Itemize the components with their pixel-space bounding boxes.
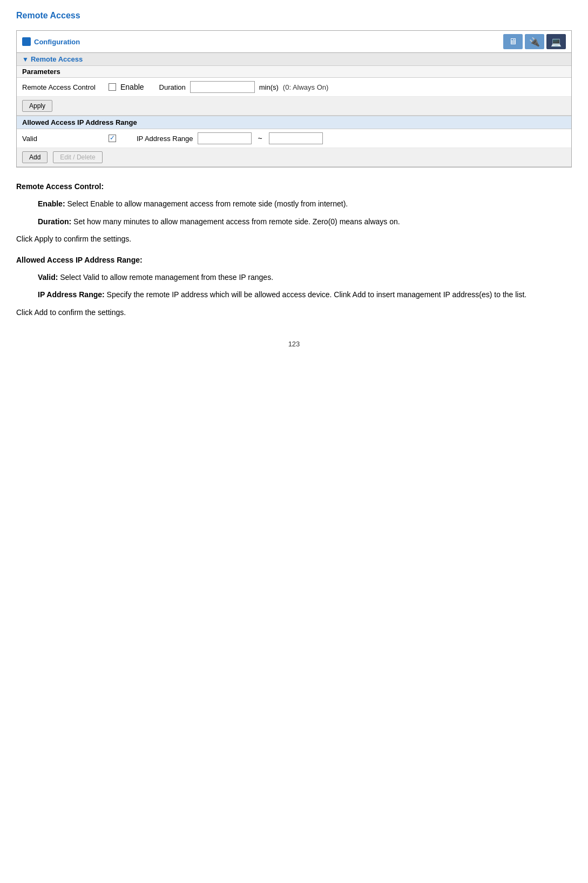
remote-access-control-content: Enable Duration min(s) (0: Always On) bbox=[109, 81, 566, 93]
add-edit-row: Add Edit / Delete bbox=[17, 148, 571, 167]
duration-input[interactable] bbox=[190, 81, 255, 93]
valid-doc: Valid: Select Valid to allow remote mana… bbox=[38, 271, 572, 283]
remote-access-control-label: Remote Access Control bbox=[22, 83, 103, 91]
config-header-left: Configuration bbox=[22, 37, 80, 46]
duration-unit: min(s) bbox=[259, 83, 279, 91]
ip-range-doc-title: IP Address Range: bbox=[38, 290, 105, 299]
valid-content: IP Address Range ~ bbox=[109, 132, 566, 144]
valid-checkbox[interactable] bbox=[109, 135, 116, 142]
allowed-access-heading: Allowed Access IP Address Range: bbox=[16, 254, 572, 266]
section-arrow-icon: ▼ bbox=[22, 56, 29, 63]
edit-delete-button[interactable]: Edit / Delete bbox=[53, 151, 102, 163]
apply-note: Click Apply to confirm the settings. bbox=[16, 233, 572, 245]
duration-label: Duration bbox=[159, 83, 186, 91]
valid-doc-text: Select Valid to allow remote management … bbox=[58, 273, 273, 282]
duration-hint: (0: Always On) bbox=[283, 83, 329, 91]
enable-label: Enable bbox=[120, 83, 144, 91]
enable-doc: Enable: Select Enable to allow managemen… bbox=[38, 198, 572, 210]
tilde-separator: ~ bbox=[258, 134, 262, 143]
duration-doc-text: Set how many minutes to allow management… bbox=[71, 217, 400, 226]
remote-access-section-header: ▼ Remote Access bbox=[17, 53, 571, 66]
section-title: Remote Access bbox=[31, 55, 83, 63]
duration-doc-title: Duration: bbox=[38, 217, 71, 226]
config-box-title: Configuration bbox=[34, 38, 80, 46]
add-note: Click Add to confirm the settings. bbox=[16, 306, 572, 318]
enable-doc-text: Select Enable to allow management access… bbox=[65, 199, 348, 208]
params-header: Parameters bbox=[17, 66, 571, 78]
ip-range-doc: IP Address Range: Specify the remote IP … bbox=[38, 289, 572, 300]
allowed-access-header: Allowed Access IP Address Range bbox=[17, 116, 571, 129]
valid-label: Valid bbox=[22, 135, 103, 143]
config-box: Configuration 🖥 🔌 💻 ▼ Remote Access Para… bbox=[16, 30, 572, 168]
ip-end-input[interactable] bbox=[269, 132, 323, 144]
remote-access-control-row: Remote Access Control Enable Duration mi… bbox=[17, 78, 571, 97]
header-icon-dark: 💻 bbox=[546, 34, 566, 49]
ip-start-input[interactable] bbox=[198, 132, 252, 144]
ip-range-doc-text: Specify the remote IP address which will… bbox=[105, 290, 527, 299]
valid-doc-title: Valid: bbox=[38, 273, 58, 282]
apply-button[interactable]: Apply bbox=[22, 100, 52, 112]
header-icon-monitor: 🖥 bbox=[503, 34, 523, 49]
valid-ip-row: Valid IP Address Range ~ bbox=[17, 129, 571, 148]
enable-doc-title: Enable: bbox=[38, 199, 65, 208]
config-icon bbox=[22, 37, 31, 46]
page-title: Remote Access bbox=[16, 11, 572, 21]
duration-doc: Duration: Set how many minutes to allow … bbox=[38, 216, 572, 228]
page-number: 123 bbox=[16, 340, 572, 348]
config-header: Configuration 🖥 🔌 💻 bbox=[17, 31, 571, 53]
documentation-section: Remote Access Control: Enable: Select En… bbox=[16, 180, 572, 318]
remote-access-control-heading: Remote Access Control: bbox=[16, 180, 572, 192]
apply-row: Apply bbox=[17, 97, 571, 116]
add-button[interactable]: Add bbox=[22, 151, 48, 163]
config-header-icons: 🖥 🔌 💻 bbox=[503, 34, 566, 49]
enable-checkbox[interactable] bbox=[109, 83, 116, 91]
header-icon-network: 🔌 bbox=[525, 34, 544, 49]
ip-range-label: IP Address Range bbox=[137, 135, 193, 143]
